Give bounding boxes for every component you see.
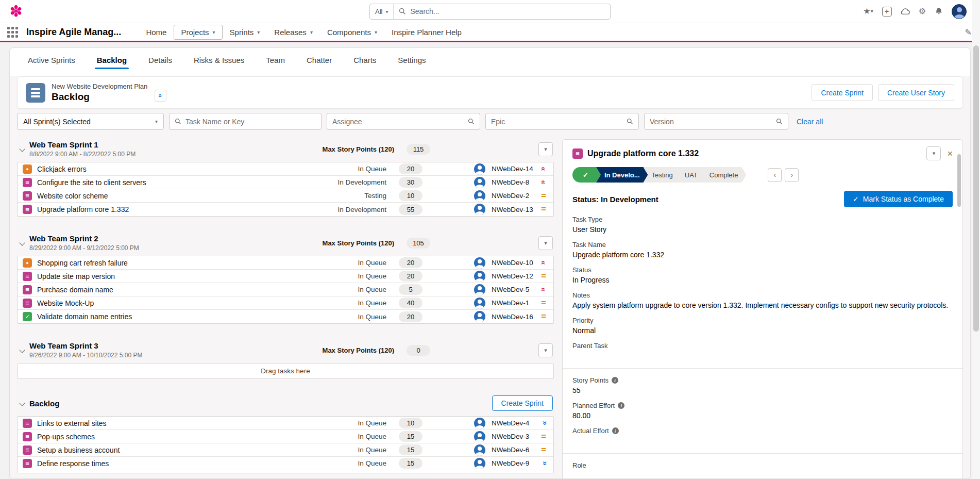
mark-status-complete-button[interactable]: ✓Mark Status as Complete — [844, 191, 953, 207]
browser-scrollbar[interactable] — [972, 0, 980, 479]
favorites-star-icon[interactable]: ★▾ — [863, 7, 873, 15]
tab-backlog[interactable]: Backlog — [86, 48, 138, 72]
task-type-icon — [23, 178, 32, 187]
assignee-avatar[interactable] — [474, 458, 485, 469]
task-row[interactable]: Shopping cart refresh failure In Queue 2… — [18, 256, 553, 270]
epic-filter-input[interactable] — [491, 118, 622, 126]
collapse-header-icon[interactable]: « — [155, 90, 166, 102]
task-row[interactable]: Validate domain name entries In Queue 20… — [18, 310, 553, 323]
epic-filter-field[interactable] — [485, 113, 639, 130]
tab-chatter[interactable]: Chatter — [296, 48, 343, 72]
task-row[interactable]: Purchase domain name In Queue 5 NWebDev-… — [18, 283, 553, 296]
assignee-filter-field[interactable] — [327, 113, 480, 130]
clear-all-link[interactable]: Clear all — [797, 118, 823, 126]
task-type-icon — [23, 299, 32, 308]
search-scope-dropdown[interactable]: All ▾ — [370, 4, 394, 19]
chevron-down-icon[interactable] — [19, 347, 25, 353]
bell-icon[interactable] — [935, 7, 943, 16]
info-icon[interactable]: i — [612, 377, 618, 384]
assignee-avatar[interactable] — [474, 204, 485, 215]
field-actual-effort: Actual Efforti — [572, 427, 953, 445]
task-search-field[interactable] — [169, 113, 322, 130]
task-key: NWebDev-9 — [492, 459, 538, 467]
assignee-avatar[interactable] — [474, 271, 485, 282]
task-row[interactable]: Upgrade platform core 1.332 In Developme… — [18, 203, 553, 216]
nav-tab-home[interactable]: Home — [139, 25, 174, 40]
assignee-avatar[interactable] — [474, 418, 485, 429]
task-row[interactable]: Clickjack errors In Queue 20 NWebDev-14 — [18, 162, 553, 176]
user-avatar[interactable] — [952, 4, 967, 19]
close-icon[interactable]: × — [947, 149, 953, 158]
panel-scrollbar[interactable] — [957, 154, 961, 207]
sprint-menu-button[interactable]: ▾ — [538, 236, 553, 250]
path-stage-complete-final[interactable]: Complete — [701, 167, 747, 183]
cloud-icon[interactable] — [901, 8, 910, 15]
nav-tab-inspire-planner-help[interactable]: Inspire Planner Help — [384, 25, 469, 40]
path-stage-current[interactable]: In Develo... — [596, 167, 648, 183]
version-filter-field[interactable] — [644, 113, 788, 130]
task-search-input[interactable] — [185, 118, 316, 126]
main-card: Active Sprints Backlog Details Risks & I… — [9, 47, 971, 479]
assignee-filter-input[interactable] — [332, 118, 464, 126]
task-row[interactable]: Update site map version In Queue 20 NWeb… — [18, 270, 553, 283]
search-input[interactable] — [410, 7, 605, 15]
chevron-down-icon[interactable] — [19, 240, 25, 245]
path-next-button[interactable]: › — [785, 168, 799, 182]
version-filter-input[interactable] — [650, 118, 772, 126]
path-prev-button[interactable]: ‹ — [768, 168, 782, 182]
assignee-avatar[interactable] — [474, 163, 485, 175]
nav-tab-sprints[interactable]: Sprints▾ — [223, 25, 267, 40]
assignee-avatar[interactable] — [474, 431, 485, 442]
gear-icon[interactable]: ⚙ — [919, 7, 926, 15]
task-row[interactable]: Pop-ups schemes In Queue 15 NWebDev-3 — [18, 430, 553, 443]
nav-tab-releases[interactable]: Releases▾ — [267, 25, 320, 40]
task-row[interactable]: Website Mock-Up In Queue 40 NWebDev-1 — [18, 296, 553, 310]
chevron-down-icon[interactable] — [19, 146, 25, 152]
global-search[interactable]: All ▾ — [369, 4, 611, 20]
path-stage-testing[interactable]: Testing — [644, 167, 681, 183]
tab-details[interactable]: Details — [138, 48, 183, 72]
nav-tab-projects[interactable]: Projects▾ — [174, 25, 222, 40]
path-stage-complete[interactable] — [572, 167, 601, 183]
assignee-avatar[interactable] — [474, 177, 485, 188]
tab-active-sprints[interactable]: Active Sprints — [17, 48, 86, 72]
field-task-type: Task Type User Story — [572, 216, 953, 234]
task-row[interactable]: Links to external sites In Queue 10 NWeb… — [18, 417, 553, 430]
create-user-story-button[interactable]: Create User Story — [878, 84, 954, 101]
app-launcher-icon[interactable] — [7, 27, 18, 38]
tab-settings[interactable]: Settings — [387, 48, 436, 72]
sprint-filter-select[interactable]: All Sprint(s) Selected ▾ — [17, 113, 164, 130]
info-icon[interactable]: i — [618, 402, 624, 409]
sprint-menu-button[interactable]: ▾ — [538, 142, 553, 156]
assignee-avatar[interactable] — [474, 298, 485, 309]
assignee-avatar[interactable] — [474, 311, 485, 322]
scrollbar-thumb[interactable] — [973, 45, 979, 332]
task-row[interactable] — [18, 470, 553, 473]
priority-icon — [538, 432, 549, 442]
detail-menu-button[interactable]: ▾ — [926, 146, 941, 160]
plus-square-icon[interactable]: + — [882, 7, 892, 16]
status-path: In Develo... Testing UAT Complete ‹ › — [572, 167, 953, 183]
assignee-avatar[interactable] — [474, 284, 485, 295]
info-icon[interactable]: i — [612, 427, 619, 434]
task-row[interactable]: Define response times In Queue 15 NWebDe… — [18, 457, 553, 470]
assignee-avatar[interactable] — [474, 257, 485, 269]
status-line: Status: In Development — [572, 195, 658, 204]
priority-icon — [538, 311, 549, 322]
nav-tab-components[interactable]: Components▾ — [320, 25, 384, 40]
assignee-avatar[interactable] — [474, 190, 485, 202]
drag-tasks-dropzone[interactable]: Drag tasks here — [17, 363, 554, 379]
task-row[interactable]: Configure the site to client servers In … — [18, 176, 553, 189]
assignee-avatar[interactable] — [474, 444, 485, 456]
field-planned-effort: Planned Efforti 80.00 — [572, 402, 953, 420]
sprint-menu-button[interactable]: ▾ — [538, 343, 553, 357]
create-sprint-button[interactable]: Create Sprint — [812, 84, 872, 101]
backlog-create-sprint-button[interactable]: Create Sprint — [492, 395, 553, 411]
tab-risks-issues[interactable]: Risks & Issues — [183, 48, 255, 72]
story-points-badge: 30 — [399, 177, 423, 188]
tab-team[interactable]: Team — [255, 48, 296, 72]
tab-charts[interactable]: Charts — [343, 48, 387, 72]
task-row[interactable]: Setup a business account In Queue 15 NWe… — [18, 443, 553, 457]
task-row[interactable]: Website color scheme Testing 10 NWebDev-… — [18, 189, 553, 203]
chevron-down-icon[interactable] — [19, 400, 25, 406]
